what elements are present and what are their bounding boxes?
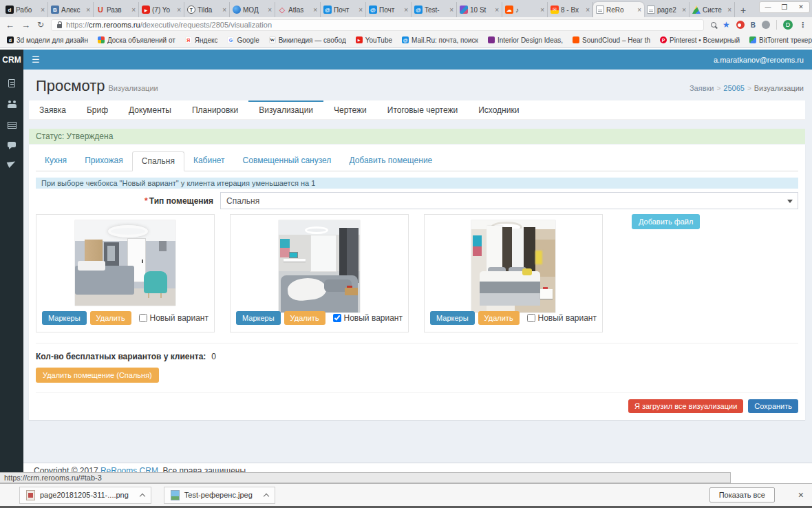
user-email[interactable]: a.maratkanov@rerooms.ru	[714, 56, 812, 64]
tab-close-icon[interactable]: ×	[41, 6, 45, 14]
tab-drawings[interactable]: Чертежи	[323, 100, 377, 119]
browser-tab[interactable]: Алекс×	[48, 2, 94, 17]
browser-tab[interactable]: МОД×	[230, 2, 275, 17]
restore-icon[interactable]	[776, 2, 793, 13]
browser-tab[interactable]: Test-×	[412, 2, 457, 17]
extension-gray-icon[interactable]	[762, 21, 770, 29]
profile-avatar[interactable]: D	[783, 20, 793, 30]
room-tab-office[interactable]: Кабинет	[184, 151, 234, 171]
forward-icon[interactable]: →	[21, 21, 30, 30]
show-all-downloads-button[interactable]: Показать все	[709, 487, 775, 502]
bookmark-item[interactable]: Яндекс	[185, 36, 218, 44]
bookmark-item[interactable]: 3d модели для дизайн	[7, 36, 88, 44]
tab-layouts[interactable]: Планировки	[182, 100, 248, 119]
bookmark-item[interactable]: Pinterest • Всемирный	[660, 36, 740, 44]
room-tab-kitchen[interactable]: Кухня	[36, 151, 76, 171]
sidebar-item-chat[interactable]	[8, 142, 16, 147]
tab-close-icon[interactable]: ×	[359, 6, 363, 14]
chrome-menu-icon[interactable]: ⋮	[799, 21, 806, 30]
tab-close-icon[interactable]: ×	[495, 6, 499, 14]
browser-tab[interactable]: (7) Yo×	[139, 2, 184, 17]
tab-close-icon[interactable]: ×	[637, 6, 641, 14]
breadcrumb-requests[interactable]: Заявки	[690, 84, 714, 92]
tab-documents[interactable]: Документы	[118, 100, 182, 119]
tab-close-icon[interactable]: ×	[404, 6, 408, 14]
browser-tab[interactable]: Atlas×	[275, 2, 321, 17]
browser-tab[interactable]: Систе×	[690, 2, 735, 17]
bookmark-item[interactable]: SoundCloud – Hear th	[573, 36, 650, 44]
browser-tab[interactable]: Почт×	[366, 2, 412, 17]
tab-close-icon[interactable]: ×	[86, 6, 90, 14]
tab-sources[interactable]: Исходники	[468, 100, 529, 119]
delete-button[interactable]: Удалить	[478, 311, 520, 325]
browser-tab-active[interactable]: ReRo×	[593, 2, 644, 17]
bookmark-item[interactable]: YouTube	[356, 36, 392, 44]
sidebar-item-tables[interactable]	[8, 122, 17, 129]
close-shelf-icon[interactable]: ×	[798, 489, 804, 500]
tab-close-icon[interactable]: ×	[449, 6, 453, 14]
breadcrumb-request-id[interactable]: 25065	[723, 84, 745, 92]
sidebar-item-documents[interactable]	[8, 79, 15, 87]
tab-close-icon[interactable]: ×	[682, 6, 686, 14]
browser-tab[interactable]: Рабо×	[3, 2, 48, 17]
chevron-up-icon[interactable]	[140, 493, 145, 498]
bedroom-render-2[interactable]	[279, 220, 360, 313]
browser-tab[interactable]: Почт×	[321, 2, 366, 17]
tab-close-icon[interactable]: ×	[586, 6, 590, 14]
download-item[interactable]: page20181205-311-....png	[19, 487, 151, 504]
tab-brief[interactable]: Бриф	[76, 100, 118, 119]
zoom-icon[interactable]	[711, 22, 716, 28]
save-button[interactable]: Сохранить	[748, 399, 798, 413]
room-tab-bedroom[interactable]: Спальня	[132, 151, 184, 171]
tab-visualizations[interactable]: Визуализации	[248, 100, 323, 119]
markers-button[interactable]: Маркеры	[236, 311, 281, 325]
new-variant-checkbox[interactable]	[527, 314, 535, 322]
chevron-up-icon[interactable]	[264, 493, 269, 498]
delete-room-button[interactable]: Удалить помещение (Спальня)	[36, 368, 159, 383]
download-item[interactable]: Test-референс.jpeg	[164, 487, 275, 504]
minimize-icon[interactable]	[760, 2, 776, 12]
add-file-button[interactable]: Добавить файл	[632, 214, 700, 229]
sidebar-item-send[interactable]	[7, 159, 17, 168]
extension-red-icon[interactable]	[736, 21, 745, 29]
tab-close-icon[interactable]: ×	[540, 6, 544, 14]
browser-tab[interactable]: 10 St×	[457, 2, 502, 17]
address-bar[interactable]: https://crm.rerooms.ru/dexecutive/reques…	[51, 19, 704, 31]
sidebar-item-clients[interactable]	[8, 100, 17, 109]
hamburger-menu-icon[interactable]: ☰	[23, 54, 48, 65]
new-variant-checkbox[interactable]	[139, 314, 147, 322]
tab-close-icon[interactable]: ×	[268, 6, 272, 14]
bookmark-item[interactable]: Interior Design Ideas,	[488, 36, 563, 44]
tab-request[interactable]: Заявка	[29, 100, 76, 119]
uploaded-all-button[interactable]: Я загрузил все визуализации	[628, 399, 743, 413]
room-tab-bathroom[interactable]: Совмещенный санузел	[234, 151, 341, 171]
markers-button[interactable]: Маркеры	[430, 311, 475, 325]
bookmark-star-icon[interactable]: ★	[723, 20, 730, 30]
close-window-icon[interactable]	[793, 2, 809, 12]
bookmark-item[interactable]: Google	[227, 36, 259, 44]
room-tab-hallway[interactable]: Прихожая	[76, 151, 132, 171]
extension-b-icon[interactable]: B	[751, 21, 756, 29]
crm-logo[interactable]: CRM	[0, 50, 23, 70]
browser-tab[interactable]: Разв×	[94, 2, 139, 17]
tab-close-icon[interactable]: ×	[222, 6, 226, 14]
reload-icon[interactable]: ↻	[37, 20, 44, 30]
tab-close-icon[interactable]: ×	[727, 6, 731, 14]
new-tab-button[interactable]: +	[735, 3, 751, 17]
bookmark-item[interactable]: BitTorrent трекер RuT	[749, 36, 812, 44]
tab-final-drawings[interactable]: Итоговые чертежи	[377, 100, 468, 119]
bookmark-item[interactable]: Википедия — свобод	[269, 36, 346, 44]
browser-tab[interactable]: Tilda×	[184, 2, 230, 17]
browser-tab[interactable]: page2×	[644, 2, 690, 17]
tab-close-icon[interactable]: ×	[313, 6, 317, 14]
browser-tab[interactable]: 8 - Вх×	[548, 2, 593, 17]
back-icon[interactable]: ←	[6, 21, 14, 30]
delete-button[interactable]: Удалить	[90, 311, 131, 325]
markers-button[interactable]: Маркеры	[42, 311, 87, 325]
new-variant-checkbox[interactable]	[333, 314, 341, 322]
bedroom-render-1[interactable]	[75, 220, 175, 306]
tab-close-icon[interactable]: ×	[131, 6, 136, 14]
tab-close-icon[interactable]: ×	[177, 6, 181, 14]
bookmark-item[interactable]: Доска объявлений от	[98, 36, 175, 44]
bookmark-item[interactable]: Mail.Ru: почта, поиск	[402, 36, 478, 44]
